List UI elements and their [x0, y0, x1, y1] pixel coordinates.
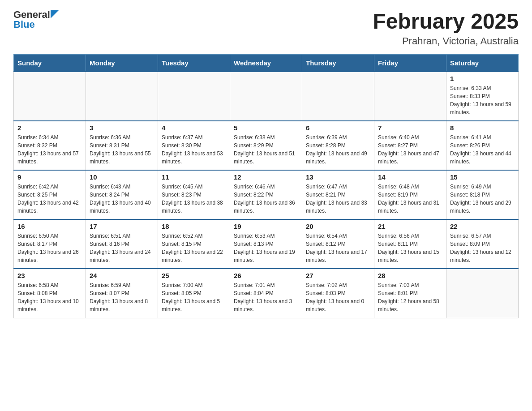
daylight-text: Daylight: 13 hours and 51 minutes.	[234, 150, 295, 165]
day-number: 14	[378, 173, 442, 181]
day-number: 8	[450, 124, 515, 132]
sunset-text: Sunset: 8:01 PM	[378, 290, 418, 296]
daylight-text: Daylight: 13 hours and 31 minutes.	[378, 200, 439, 214]
sunrise-text: Sunrise: 6:38 AM	[234, 134, 275, 141]
table-row: 22Sunrise: 6:57 AMSunset: 8:09 PMDayligh…	[446, 219, 519, 269]
daylight-text: Daylight: 13 hours and 47 minutes.	[378, 150, 439, 165]
calendar-week-row: 23Sunrise: 6:58 AMSunset: 8:08 PMDayligh…	[14, 269, 519, 318]
sunset-text: Sunset: 8:03 PM	[306, 290, 346, 296]
day-info: Sunrise: 7:00 AMSunset: 8:05 PMDaylight:…	[162, 281, 226, 313]
day-info: Sunrise: 6:54 AMSunset: 8:12 PMDaylight:…	[306, 232, 370, 264]
day-info: Sunrise: 6:50 AMSunset: 8:17 PMDaylight:…	[17, 232, 82, 264]
daylight-text: Daylight: 13 hours and 49 minutes.	[306, 150, 367, 165]
calendar-table: Sunday Monday Tuesday Wednesday Thursday…	[13, 54, 519, 318]
header-thursday: Thursday	[302, 55, 374, 72]
day-number: 25	[162, 272, 226, 279]
day-number: 18	[162, 223, 226, 230]
sunrise-text: Sunrise: 6:49 AM	[450, 184, 491, 190]
day-number: 17	[90, 223, 154, 230]
sunset-text: Sunset: 8:19 PM	[378, 192, 418, 198]
calendar-subtitle: Prahran, Victoria, Australia	[373, 35, 519, 47]
sunrise-text: Sunrise: 6:56 AM	[378, 233, 419, 239]
table-row: 11Sunrise: 6:45 AMSunset: 8:23 PMDayligh…	[158, 170, 230, 219]
daylight-text: Daylight: 13 hours and 40 minutes.	[90, 200, 151, 214]
sunset-text: Sunset: 8:11 PM	[378, 241, 418, 247]
day-number: 27	[306, 272, 370, 279]
daylight-text: Daylight: 13 hours and 24 minutes.	[90, 249, 151, 263]
sunset-text: Sunset: 8:26 PM	[450, 142, 490, 149]
sunset-text: Sunset: 8:33 PM	[450, 93, 490, 99]
sunset-text: Sunset: 8:21 PM	[306, 192, 346, 198]
page-header: General Blue February 2025 Prahran, Vict…	[13, 9, 519, 47]
sunrise-text: Sunrise: 6:58 AM	[17, 282, 58, 288]
day-number: 10	[90, 173, 154, 181]
sunrise-text: Sunrise: 6:54 AM	[306, 233, 347, 239]
table-row: 7Sunrise: 6:40 AMSunset: 8:27 PMDaylight…	[374, 121, 446, 170]
sunset-text: Sunset: 8:22 PM	[234, 192, 274, 198]
day-info: Sunrise: 6:45 AMSunset: 8:23 PMDaylight:…	[162, 183, 226, 215]
table-row: 18Sunrise: 6:52 AMSunset: 8:15 PMDayligh…	[158, 219, 230, 269]
daylight-text: Daylight: 13 hours and 44 minutes.	[450, 150, 511, 165]
table-row	[446, 269, 519, 318]
table-row: 27Sunrise: 7:02 AMSunset: 8:03 PMDayligh…	[302, 269, 374, 318]
day-info: Sunrise: 6:59 AMSunset: 8:07 PMDaylight:…	[90, 281, 154, 313]
day-info: Sunrise: 6:41 AMSunset: 8:26 PMDaylight:…	[450, 133, 515, 166]
sunrise-text: Sunrise: 6:51 AM	[90, 233, 130, 239]
day-number: 15	[450, 173, 515, 181]
daylight-text: Daylight: 13 hours and 38 minutes.	[162, 200, 223, 214]
day-number: 26	[234, 272, 298, 279]
daylight-text: Daylight: 13 hours and 55 minutes.	[90, 150, 151, 165]
table-row: 26Sunrise: 7:01 AMSunset: 8:04 PMDayligh…	[230, 269, 302, 318]
sunset-text: Sunset: 8:16 PM	[90, 241, 129, 247]
day-info: Sunrise: 6:38 AMSunset: 8:29 PMDaylight:…	[234, 133, 298, 166]
sunset-text: Sunset: 8:24 PM	[90, 192, 129, 198]
calendar-week-row: 2Sunrise: 6:34 AMSunset: 8:32 PMDaylight…	[14, 121, 519, 170]
day-info: Sunrise: 6:53 AMSunset: 8:13 PMDaylight:…	[234, 232, 298, 264]
sunset-text: Sunset: 8:32 PM	[17, 142, 57, 149]
header-monday: Monday	[86, 55, 158, 72]
day-number: 5	[234, 124, 298, 132]
day-number: 13	[306, 173, 370, 181]
calendar-title: February 2025	[373, 9, 519, 34]
daylight-text: Daylight: 13 hours and 29 minutes.	[450, 200, 511, 214]
svg-marker-0	[51, 10, 59, 18]
table-row: 19Sunrise: 6:53 AMSunset: 8:13 PMDayligh…	[230, 219, 302, 269]
daylight-text: Daylight: 13 hours and 15 minutes.	[378, 249, 439, 263]
day-number: 2	[17, 124, 82, 132]
table-row: 15Sunrise: 6:49 AMSunset: 8:18 PMDayligh…	[446, 170, 519, 219]
table-row: 17Sunrise: 6:51 AMSunset: 8:16 PMDayligh…	[86, 219, 158, 269]
day-info: Sunrise: 6:49 AMSunset: 8:18 PMDaylight:…	[450, 183, 515, 215]
sunrise-text: Sunrise: 6:36 AM	[90, 134, 130, 141]
header-sunday: Sunday	[14, 55, 86, 72]
sunset-text: Sunset: 8:28 PM	[306, 142, 346, 149]
sunset-text: Sunset: 8:05 PM	[162, 290, 202, 296]
day-number: 22	[450, 223, 515, 230]
sunrise-text: Sunrise: 6:59 AM	[90, 282, 130, 288]
daylight-text: Daylight: 13 hours and 36 minutes.	[234, 200, 295, 214]
table-row: 23Sunrise: 6:58 AMSunset: 8:08 PMDayligh…	[14, 269, 86, 318]
sunset-text: Sunset: 8:17 PM	[17, 241, 57, 247]
sunrise-text: Sunrise: 6:50 AM	[17, 233, 58, 239]
sunrise-text: Sunrise: 6:39 AM	[306, 134, 347, 141]
day-number: 21	[378, 223, 442, 230]
day-info: Sunrise: 7:01 AMSunset: 8:04 PMDaylight:…	[234, 281, 298, 313]
sunrise-text: Sunrise: 6:57 AM	[450, 233, 491, 239]
day-info: Sunrise: 6:51 AMSunset: 8:16 PMDaylight:…	[90, 232, 154, 264]
day-number: 7	[378, 124, 442, 132]
day-number: 28	[378, 272, 442, 279]
sunset-text: Sunset: 8:30 PM	[162, 142, 202, 149]
header-tuesday: Tuesday	[158, 55, 230, 72]
table-row	[14, 72, 86, 121]
table-row: 4Sunrise: 6:37 AMSunset: 8:30 PMDaylight…	[158, 121, 230, 170]
day-info: Sunrise: 6:40 AMSunset: 8:27 PMDaylight:…	[378, 133, 442, 166]
day-number: 4	[162, 124, 226, 132]
sunrise-text: Sunrise: 6:42 AM	[17, 184, 58, 190]
daylight-text: Daylight: 13 hours and 42 minutes.	[17, 200, 79, 214]
daylight-text: Daylight: 13 hours and 5 minutes.	[162, 298, 220, 313]
day-info: Sunrise: 6:48 AMSunset: 8:19 PMDaylight:…	[378, 183, 442, 215]
day-number: 12	[234, 173, 298, 181]
day-info: Sunrise: 7:03 AMSunset: 8:01 PMDaylight:…	[378, 281, 442, 313]
day-info: Sunrise: 6:43 AMSunset: 8:24 PMDaylight:…	[90, 183, 154, 215]
day-info: Sunrise: 6:34 AMSunset: 8:32 PMDaylight:…	[17, 133, 82, 166]
sunrise-text: Sunrise: 7:03 AM	[378, 282, 419, 288]
